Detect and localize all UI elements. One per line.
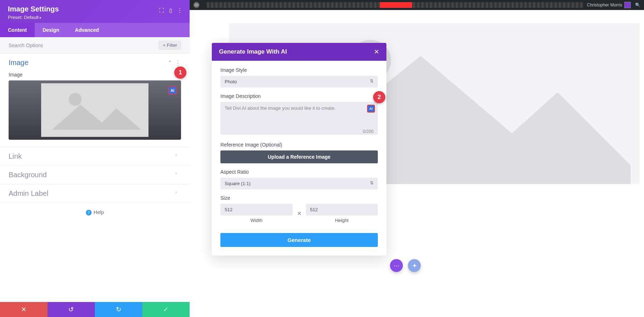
- section-background-header[interactable]: Background˅: [0, 166, 190, 184]
- sidebar-header: Image Settings Preset: Default▾ ⛶ ▯ ⋮: [0, 0, 190, 23]
- settings-sidebar: Image Settings Preset: Default▾ ⛶ ▯ ⋮ Co…: [0, 0, 190, 317]
- preset-selector[interactable]: Preset: Default▾: [8, 15, 182, 20]
- ai-generate-badge[interactable]: AI: [168, 86, 177, 95]
- char-count: 0/200: [363, 129, 374, 134]
- settings-fab[interactable]: ⋯: [390, 259, 403, 272]
- image-style-select[interactable]: Photo: [220, 76, 378, 88]
- image-description-label: Image Description: [220, 93, 378, 99]
- ai-suggest-badge[interactable]: AI: [367, 105, 375, 113]
- size-label: Size: [220, 195, 378, 201]
- aspect-ratio-label: Aspect Ratio: [220, 169, 378, 175]
- layout-icon[interactable]: ▯: [169, 7, 172, 14]
- times-icon: ✕: [297, 210, 302, 217]
- section-link-header[interactable]: Link˅: [0, 147, 190, 165]
- reference-image-label: Reference Image (Optional): [220, 142, 378, 148]
- image-placeholder: [41, 83, 148, 137]
- chevron-down-icon: ˅: [175, 154, 177, 159]
- help-link[interactable]: ?Help: [0, 203, 190, 222]
- upload-reference-button[interactable]: Upload a Reference Image: [220, 150, 378, 163]
- ai-generate-modal: Generate Image With AI ✕ Image Style Pho…: [212, 43, 386, 256]
- more-icon[interactable]: ⋮: [177, 7, 182, 14]
- height-input[interactable]: [306, 204, 378, 216]
- section-image-header[interactable]: Image ˄ ⋮: [0, 54, 190, 72]
- wordpress-logo-icon[interactable]: ⓦ: [193, 2, 200, 8]
- svg-point-1: [69, 93, 82, 106]
- callout-badge-2: 2: [373, 91, 385, 103]
- tab-design[interactable]: Design: [35, 23, 67, 37]
- redo-button[interactable]: ↻: [95, 302, 142, 317]
- image-description-input[interactable]: [220, 102, 378, 135]
- image-field-label: Image: [9, 72, 181, 78]
- tab-content[interactable]: Content: [0, 23, 35, 37]
- tabs: Content Design Advanced: [0, 23, 190, 37]
- user-menu[interactable]: Christopher Morris: [587, 2, 631, 8]
- image-style-label: Image Style: [220, 67, 378, 73]
- chevron-down-icon: ˅: [175, 191, 177, 197]
- image-upload-well[interactable]: AI: [9, 80, 181, 140]
- bottom-actions: ✕ ↺ ↻ ✓: [0, 302, 190, 317]
- callout-badge-1: 1: [174, 66, 186, 79]
- help-icon: ?: [86, 210, 92, 216]
- undo-button[interactable]: ↺: [48, 302, 95, 317]
- expand-icon[interactable]: ⛶: [159, 7, 164, 14]
- filter-button[interactable]: + Filter: [159, 41, 181, 50]
- discard-button[interactable]: ✕: [0, 302, 48, 317]
- close-icon[interactable]: ✕: [374, 48, 379, 56]
- width-input[interactable]: [220, 204, 293, 216]
- ai-modal-header: Generate Image With AI ✕: [212, 43, 386, 61]
- panel-title: Image Settings: [8, 5, 182, 13]
- wp-admin-bar: ⓦ Christopher Morris 🔍: [190, 0, 644, 10]
- search-input[interactable]: Search Options: [9, 43, 159, 48]
- search-row: Search Options + Filter: [0, 37, 190, 54]
- chevron-down-icon: ˅: [175, 172, 177, 178]
- admin-bar-items-blurred: [207, 2, 583, 8]
- avatar: [624, 2, 631, 8]
- ai-fab[interactable]: ✦: [408, 259, 421, 272]
- tab-advanced[interactable]: Advanced: [67, 23, 107, 37]
- generate-button[interactable]: Generate: [220, 233, 378, 247]
- aspect-ratio-select[interactable]: Square (1:1): [220, 178, 378, 189]
- search-icon[interactable]: 🔍: [635, 3, 640, 8]
- section-admin-label-header[interactable]: Admin Label˅: [0, 184, 190, 203]
- caret-down-icon: ▾: [39, 16, 41, 20]
- save-button[interactable]: ✓: [142, 302, 190, 317]
- section-more-icon[interactable]: ⋮: [175, 59, 181, 67]
- chevron-up-icon: ˄: [169, 60, 171, 66]
